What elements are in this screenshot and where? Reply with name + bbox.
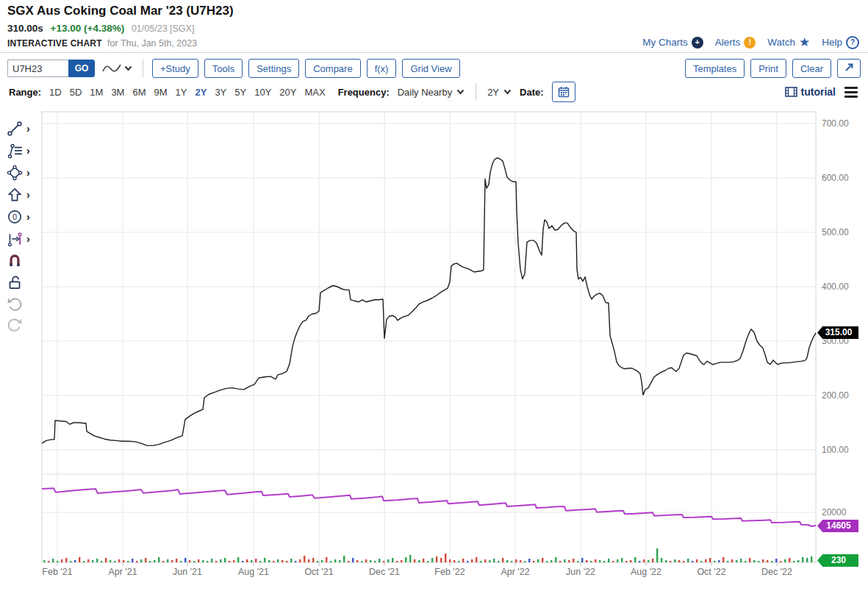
volume-bar xyxy=(683,561,684,562)
volume-bar xyxy=(211,559,212,562)
range-option-5y[interactable]: 5Y xyxy=(234,87,246,98)
volume-bar xyxy=(193,561,195,562)
range-option-2y[interactable]: 2Y xyxy=(195,87,207,98)
volume-bar xyxy=(259,561,261,562)
price-change: +13.00 (+4.38%) xyxy=(51,23,125,34)
volume-bar xyxy=(445,554,446,562)
help-label: Help xyxy=(822,37,842,48)
calendar-icon xyxy=(558,86,570,98)
volume-bar xyxy=(233,560,234,562)
volume-bar xyxy=(467,561,468,562)
symbol-input[interactable] xyxy=(7,60,68,77)
price-line xyxy=(42,158,816,445)
toolbar-button-templates[interactable]: Templates xyxy=(685,59,745,78)
header-divider xyxy=(0,52,868,53)
volume-bar xyxy=(476,557,477,562)
volume-bar xyxy=(65,558,67,562)
toolbar-button-study[interactable]: +Study xyxy=(152,59,198,78)
volume-bar xyxy=(542,558,543,562)
volume-bar xyxy=(643,559,645,562)
volume-bar xyxy=(506,560,508,562)
volume-bar xyxy=(246,559,248,562)
volume-bar xyxy=(608,559,609,562)
range-option-3y[interactable]: 3Y xyxy=(215,87,226,98)
x-axis-label: Aug '22 xyxy=(623,567,670,577)
my-charts-link[interactable]: My Charts + xyxy=(642,37,703,49)
range-option-9m[interactable]: 9M xyxy=(154,87,168,98)
toolbar-button-settings[interactable]: Settings xyxy=(248,59,299,78)
x-axis-label: Oct '21 xyxy=(295,567,342,577)
tutorial-link[interactable]: tutorial xyxy=(785,86,836,98)
y-axis-label: 700.00 xyxy=(822,118,849,129)
range-option-1d[interactable]: 1D xyxy=(49,87,62,98)
x-axis-label: Jun '21 xyxy=(164,567,211,577)
volume-bar xyxy=(546,561,548,562)
frequency-dropdown[interactable]: Daily Nearby xyxy=(398,87,465,98)
volume-bar xyxy=(189,560,190,562)
volume-bar xyxy=(524,561,526,562)
volume-bar xyxy=(648,560,649,562)
interactive-chart-page: { "header": { "title": "SGX Aus Coking C… xyxy=(0,0,868,591)
volume-bar xyxy=(162,561,164,562)
volume-bar xyxy=(237,557,239,562)
period-dropdown[interactable]: 2Y xyxy=(487,87,512,98)
watch-link[interactable]: Watch ★ xyxy=(767,35,810,50)
volume-bar xyxy=(577,561,578,562)
menu-icon[interactable] xyxy=(843,85,859,99)
volume-bar xyxy=(665,560,667,562)
toolbar-button-print[interactable]: Print xyxy=(750,59,786,78)
volume-bar xyxy=(423,559,424,562)
alerts-link[interactable]: Alerts ! xyxy=(715,37,756,49)
volume-bar xyxy=(696,559,697,562)
toolbar-button-tools[interactable]: Tools xyxy=(204,59,243,78)
volume-bar xyxy=(687,559,689,562)
help-link[interactable]: Help ? xyxy=(822,36,859,49)
volume-bar xyxy=(586,560,587,562)
range-option-3m[interactable]: 3M xyxy=(111,87,124,98)
volume-bar xyxy=(79,557,80,562)
volume-bar xyxy=(674,559,675,562)
volume-bar xyxy=(758,561,759,562)
volume-tag: 230 xyxy=(817,554,858,567)
calendar-button[interactable] xyxy=(552,82,575,102)
volume-bar xyxy=(352,558,354,562)
expand-chart-button[interactable] xyxy=(837,59,861,78)
volume-bar xyxy=(171,560,173,562)
volume-bar xyxy=(811,556,812,562)
toolbar-button-clear[interactable]: Clear xyxy=(792,59,831,78)
volume-bar xyxy=(326,557,327,562)
volume-bar xyxy=(700,561,702,562)
volume-bar xyxy=(603,561,605,562)
volume-bar xyxy=(176,559,177,562)
volume-bar xyxy=(299,559,301,562)
volume-bar xyxy=(780,561,781,562)
range-option-1m[interactable]: 1M xyxy=(90,87,103,98)
section-line: INTERACTIVE CHART for Thu, Jan 5th, 2023 xyxy=(7,38,197,49)
chart-area[interactable]: 700.00600.00500.00400.00300.00200.00100.… xyxy=(0,110,868,591)
toolbar-button-f-x[interactable]: f(x) xyxy=(367,59,397,78)
volume-bar xyxy=(533,561,534,562)
range-option-6m[interactable]: 6M xyxy=(132,87,146,98)
volume-bar xyxy=(802,557,803,562)
range-option-20y[interactable]: 20Y xyxy=(279,87,296,98)
toolbar-button-grid-view[interactable]: Grid View xyxy=(402,59,459,78)
range-option-max[interactable]: MAX xyxy=(304,87,325,98)
chart-canvas[interactable] xyxy=(0,110,868,591)
toolbar-button-compare[interactable]: Compare xyxy=(305,59,360,78)
volume-bar xyxy=(123,560,124,562)
volume-bar xyxy=(753,560,755,562)
volume-bar xyxy=(184,558,186,562)
volume-bar xyxy=(167,559,168,562)
range-option-1y[interactable]: 1Y xyxy=(176,87,187,98)
period-value: 2Y xyxy=(487,87,499,98)
my-charts-label: My Charts xyxy=(642,37,688,48)
range-option-10y[interactable]: 10Y xyxy=(254,87,271,98)
section-label: INTERACTIVE CHART xyxy=(7,38,102,49)
volume-bar xyxy=(220,559,221,562)
volume-bar xyxy=(392,558,393,562)
range-items: 1D5D1M3M6M9M1Y2Y3Y5Y10Y20YMAX xyxy=(49,87,326,98)
range-option-5d[interactable]: 5D xyxy=(70,87,82,98)
chart-type-selector[interactable] xyxy=(101,62,134,74)
go-button[interactable]: GO xyxy=(68,60,95,77)
volume-bar xyxy=(286,561,287,562)
